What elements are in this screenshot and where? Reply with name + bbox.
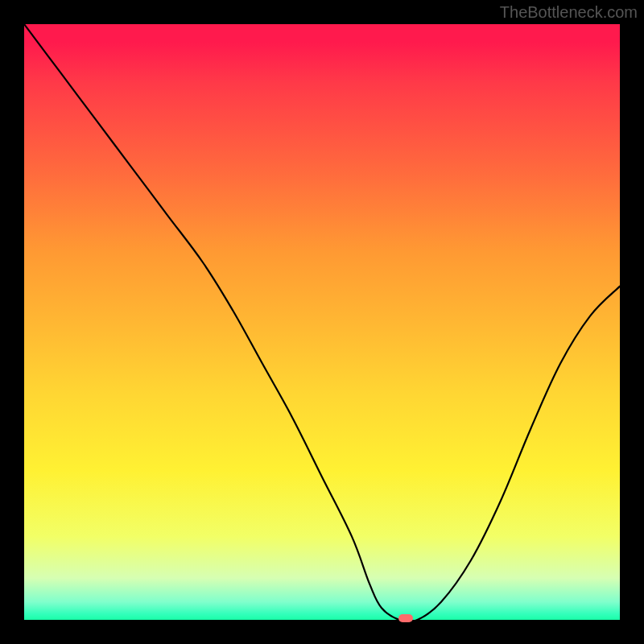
plot-frame [0,0,644,644]
bottleneck-curve [24,24,620,620]
chart-container: TheBottleneck.com [0,0,644,644]
optimal-point-marker [398,614,413,622]
plot-gradient-area [24,24,620,620]
